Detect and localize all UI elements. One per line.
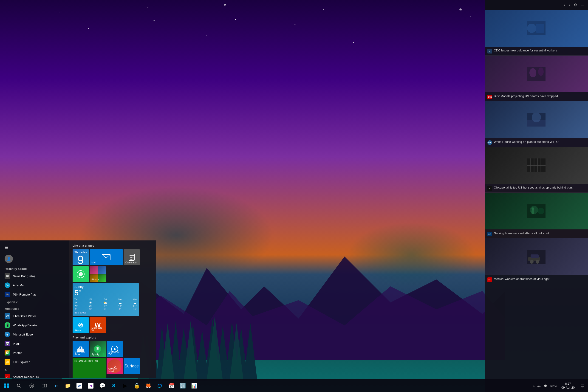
- app-ps4[interactable]: 🎮 PS4 Remote Play: [0, 290, 69, 299]
- svg-point-34: [131, 259, 132, 260]
- forecast-mon: Mon ☁ 21° 10°: [133, 298, 137, 310]
- taskbar-search-button[interactable]: [13, 379, 25, 392]
- start-button[interactable]: [0, 379, 13, 392]
- news-prev-button[interactable]: ‹: [564, 3, 565, 7]
- news-item-4[interactable]: T Chicago jail is top US hot spot as vir…: [485, 147, 588, 193]
- volume-icon-button[interactable]: [542, 384, 548, 388]
- app-pidgin[interactable]: 💬 Pidgin: [0, 339, 69, 348]
- tile-groove[interactable]: Groove Music: [106, 358, 123, 374]
- news-panel: ‹ › ⚙ — H CDC issues new guidance for es…: [485, 0, 588, 392]
- surface-icon: Surface: [124, 358, 140, 374]
- edge-icon: e: [4, 332, 10, 337]
- taskbar-app-stats[interactable]: 📊: [188, 379, 200, 392]
- news-headline-2: Birx: Models projecting US deaths have d…: [494, 94, 558, 98]
- tile-movies[interactable]: Movies & TV: [106, 341, 123, 357]
- taskbar-app-fileexplorer[interactable]: 📁: [62, 379, 74, 392]
- start-menu-left: ☰ 👤 Recently added 📰 News Bar (Beta) 🌬 A…: [0, 240, 69, 378]
- news-item-2[interactable]: CNN Birx: Models projecting US deaths ha…: [485, 56, 588, 101]
- app-ps4-label: PS4 Remote Play: [13, 293, 36, 296]
- taskbar-app-vpn[interactable]: 🔒: [131, 379, 142, 392]
- news-item-1[interactable]: H CDC issues new guidance for essential …: [485, 10, 588, 56]
- acrobat-icon: A: [4, 374, 10, 378]
- whatsapp-icon: 📱: [4, 322, 10, 328]
- tile-skype[interactable]: Skype: [72, 317, 89, 333]
- taskbar-system-tray: ∧ ENG 8:27 09-Apr-20: [533, 379, 588, 392]
- app-photos-label: Photos: [13, 351, 22, 354]
- taskbar-app-edge[interactable]: e: [50, 379, 62, 392]
- svg-rect-60: [532, 210, 534, 214]
- tile-word[interactable]: W Microsoft Wo...: [90, 317, 106, 333]
- tile-store-label: Microsoft Store: [74, 350, 89, 356]
- calendar-taskbar-icon: 📅: [168, 383, 174, 389]
- taskbar-app-whatsapp[interactable]: 💬: [96, 379, 108, 392]
- app-acrobat[interactable]: A Acrobat Reader DC: [0, 372, 69, 378]
- news-img-birx: [485, 56, 588, 92]
- app-libreoffice[interactable]: W LibreOffice Writer: [0, 312, 69, 320]
- svg-rect-65: [530, 254, 538, 258]
- taskbar: e 📁 W N 💬 S ▶ 🔒 🦊: [0, 379, 588, 392]
- calendar-day-num: 9: [78, 254, 84, 266]
- taskbar-app-calendar[interactable]: 📅: [166, 379, 177, 392]
- tile-photos[interactable]: Photos: [90, 266, 106, 282]
- tile-xbox[interactable]: Hi, IAMANINJAKILLER IAMANINJAKILLER Xbox…: [72, 358, 106, 378]
- news-item-5[interactable]: DM Nursing home vacated after staff pull…: [485, 193, 588, 238]
- cortana-button[interactable]: [25, 379, 38, 392]
- user-avatar: 👤: [4, 255, 13, 263]
- notification-center-button[interactable]: [578, 379, 587, 392]
- news-next-button[interactable]: ›: [569, 3, 570, 7]
- tile-surface[interactable]: Surface: [124, 358, 140, 374]
- svg-point-35: [132, 259, 134, 260]
- tray-expand-button[interactable]: ∧: [533, 384, 535, 387]
- news-img-car: [485, 238, 588, 275]
- tile-calculator[interactable]: Calculator: [124, 249, 140, 265]
- language-label: ENG: [550, 384, 557, 388]
- clock-button[interactable]: 8:27 09-Apr-20: [559, 382, 577, 390]
- taskbar-app-word[interactable]: W: [74, 379, 85, 392]
- app-whatsapp[interactable]: 📱 WhatsApp Desktop: [0, 320, 69, 330]
- tile-calendar[interactable]: Thursday 9: [72, 249, 89, 265]
- network-icon-button[interactable]: [536, 384, 542, 388]
- photos-icon: 🖼: [4, 350, 10, 356]
- news-source-1-icon: H: [488, 49, 492, 54]
- svg-point-59: [532, 207, 534, 210]
- language-button[interactable]: ENG: [549, 384, 558, 388]
- search-icon: [17, 384, 21, 388]
- skype-tile-icon: [76, 321, 85, 329]
- app-photos[interactable]: 🖼 Photos: [0, 348, 69, 357]
- tile-store[interactable]: Microsoft Store: [72, 341, 89, 357]
- taskbar-app-calculator[interactable]: 🔢: [177, 379, 188, 392]
- xbox-text: Hi, IAMANINJAKILLER: [74, 360, 104, 363]
- taskbar-app-edge-new[interactable]: [154, 379, 166, 392]
- app-edge[interactable]: e Microsoft Edge: [0, 330, 69, 339]
- svg-point-63: [530, 260, 534, 264]
- tile-whatsapp[interactable]: [72, 266, 89, 282]
- expand-button[interactable]: Expand ∨: [0, 299, 69, 305]
- task-view-button[interactable]: [38, 379, 50, 392]
- news-minimize-button[interactable]: —: [581, 3, 584, 7]
- news-item-6[interactable]: AP Medical workers on frontlines of viru…: [485, 238, 588, 284]
- news-img-cdc: [485, 10, 588, 46]
- taskbar-app-firefox[interactable]: 🦊: [142, 379, 154, 392]
- news-source-3-icon: NBC: [488, 140, 492, 145]
- taskbar-app-onenote[interactable]: N: [85, 379, 96, 392]
- app-newsbar[interactable]: 📰 News Bar (Beta): [0, 272, 69, 280]
- svg-point-45: [530, 68, 536, 78]
- start-menu: ☰ 👤 Recently added 📰 News Bar (Beta) 🌬 A…: [0, 240, 156, 378]
- taskbar-app-mediaplayer[interactable]: ▶: [120, 379, 131, 392]
- tile-weather[interactable]: Sunny 5° Thu ☀ 22° 5° Fri ☀ 23°: [72, 283, 139, 316]
- nursing-img-placeholder-icon: [527, 204, 546, 218]
- hamburger-button[interactable]: ☰: [0, 243, 69, 252]
- weather-forecast: Thu ☀ 22° 5° Fri ☀ 23° 10° Sat: [74, 298, 137, 310]
- app-airly[interactable]: 🌬 Airly Map: [0, 280, 69, 290]
- app-fileexplorer[interactable]: 📁 File Explorer: [0, 357, 69, 366]
- taskbar-app-skype[interactable]: S: [108, 379, 120, 392]
- tile-mail-label: Mail: [92, 261, 96, 264]
- tile-spotify-label: Spotify: [92, 353, 99, 356]
- news-item-3[interactable]: NBC White House working on plan to cut a…: [485, 101, 588, 147]
- news-settings-button[interactable]: ⚙: [574, 3, 577, 7]
- spotify-music-icon: ♪: [103, 352, 104, 356]
- tile-spotify[interactable]: Spotify ♪: [90, 341, 106, 357]
- tile-mail[interactable]: Mail: [90, 249, 123, 265]
- svg-point-64: [536, 260, 539, 264]
- user-profile-button[interactable]: 👤: [0, 252, 69, 265]
